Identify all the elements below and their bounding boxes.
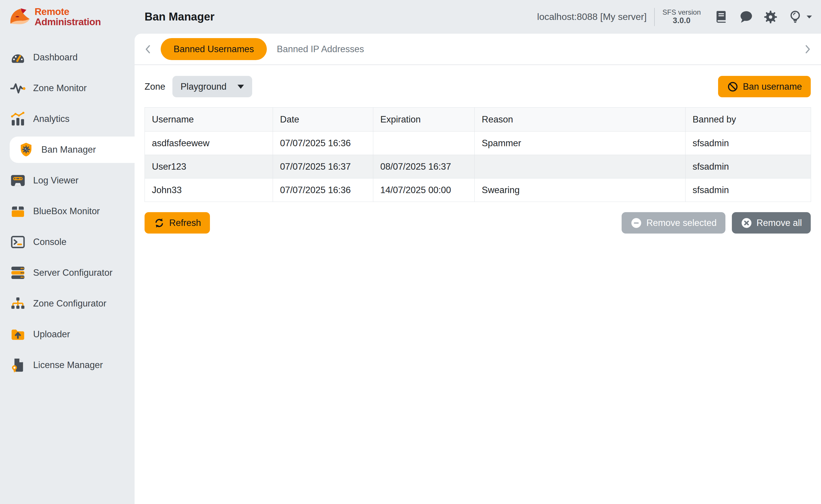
table-row[interactable]: User123 07/07/2025 16:37 08/07/2025 16:3… xyxy=(145,155,811,178)
cell-date: 07/07/2025 16:36 xyxy=(273,178,373,202)
caret-down-icon[interactable] xyxy=(806,15,813,19)
sidebar-item-label: BlueBox Monitor xyxy=(33,206,100,217)
refresh-label: Refresh xyxy=(169,218,201,228)
shield-virus-icon xyxy=(18,142,34,158)
cassette-icon xyxy=(10,172,26,189)
cell-expiration: 14/07/2025 00:00 xyxy=(373,178,475,202)
sidebar-item-analytics[interactable]: Analytics xyxy=(0,106,135,132)
chat-bubble-icon[interactable] xyxy=(738,9,754,25)
cell-expiration xyxy=(373,132,475,155)
remove-selected-button[interactable]: Remove selected xyxy=(622,212,725,234)
column-header-banned-by: Banned by xyxy=(686,108,811,132)
settings-gear-icon[interactable] xyxy=(763,9,778,25)
docs-book-icon[interactable] xyxy=(714,9,729,25)
box-icon xyxy=(10,203,26,219)
sidebar-item-zone-monitor[interactable]: Zone Monitor xyxy=(0,75,135,101)
tree-icon xyxy=(10,295,26,312)
table-row[interactable]: asdfasfeewew 07/07/2025 16:36 Spammer sf… xyxy=(145,132,811,155)
sidebar-item-label: Uploader xyxy=(33,329,70,340)
sidebar-item-label: License Manager xyxy=(33,360,103,370)
remove-selected-label: Remove selected xyxy=(646,218,717,228)
cell-date: 07/07/2025 16:36 xyxy=(273,132,373,155)
sidebar-item-label: Log Viewer xyxy=(33,175,79,186)
caret-down-icon xyxy=(237,85,244,89)
logo-text: Remote Administration xyxy=(35,7,101,27)
sidebar-item-log-viewer[interactable]: Log Viewer xyxy=(0,167,135,194)
chevron-right-icon[interactable] xyxy=(802,44,813,55)
cell-banned-by: sfsadmin xyxy=(686,155,811,178)
help-menu[interactable] xyxy=(788,9,813,25)
sidebar-item-license-manager[interactable]: License Manager xyxy=(0,352,135,378)
tab-banned-ip-addresses[interactable]: Banned IP Addresses xyxy=(277,44,364,55)
sidebar-item-ban-manager[interactable]: Ban Manager xyxy=(10,137,135,163)
sidebar-item-bluebox-monitor[interactable]: BlueBox Monitor xyxy=(0,198,135,224)
certificate-icon xyxy=(10,357,26,373)
topbar: Ban Manager localhost:8088 [My server] S… xyxy=(135,0,821,34)
column-header-expiration: Expiration xyxy=(373,108,475,132)
page-title: Ban Manager xyxy=(144,11,215,23)
header-divider xyxy=(654,8,655,26)
column-header-username: Username xyxy=(145,108,273,132)
gauge-icon xyxy=(10,49,26,66)
folder-upload-icon xyxy=(10,326,26,343)
fox-logo-icon xyxy=(9,7,30,27)
server-stack-icon xyxy=(10,265,26,281)
tab-banned-usernames[interactable]: Banned Usernames xyxy=(161,38,267,60)
version-block: SFS version 3.0.0 xyxy=(662,8,701,25)
pulse-icon xyxy=(10,80,26,96)
cell-username: User123 xyxy=(145,155,273,178)
ban-icon xyxy=(727,81,739,93)
bar-chart-icon xyxy=(10,111,26,127)
ban-username-button[interactable]: Ban username xyxy=(718,76,811,97)
sidebar-item-console[interactable]: Console xyxy=(0,229,135,255)
banned-usernames-table: Username Date Expiration Reason Banned b… xyxy=(144,107,811,202)
app-root: Remote Administration Ban Manager localh… xyxy=(0,0,821,504)
refresh-button[interactable]: Refresh xyxy=(144,212,210,234)
lightbulb-icon[interactable] xyxy=(788,9,803,25)
sidebar-item-label: Dashboard xyxy=(33,52,78,63)
topbar-icons xyxy=(714,9,813,25)
sidebar-item-label: Zone Monitor xyxy=(33,83,87,93)
logo-line1: Remote xyxy=(35,7,101,17)
cell-username: asdfasfeewew xyxy=(145,132,273,155)
version-number: 3.0.0 xyxy=(662,16,701,25)
remove-all-button[interactable]: Remove all xyxy=(732,212,811,234)
cell-reason: Spammer xyxy=(475,132,686,155)
remove-all-label: Remove all xyxy=(757,218,802,228)
cell-username: John33 xyxy=(145,178,273,202)
table-actions-row: Refresh Remove selected Remove al xyxy=(144,212,811,234)
tabs-bar: Banned Usernames Banned IP Addresses xyxy=(135,34,821,65)
sidebar-item-server-configurator[interactable]: Server Configurator xyxy=(0,260,135,286)
sidebar-item-dashboard[interactable]: Dashboard xyxy=(0,44,135,71)
cell-reason: Swearing xyxy=(475,178,686,202)
zone-label: Zone xyxy=(144,81,165,92)
sidebar-item-label: Zone Configurator xyxy=(33,298,106,309)
cell-banned-by: sfsadmin xyxy=(686,178,811,202)
minus-circle-icon xyxy=(630,217,642,229)
terminal-icon xyxy=(10,234,26,250)
sidebar: Dashboard Zone Monitor Analytics xyxy=(0,34,135,504)
x-circle-icon xyxy=(741,217,752,229)
refresh-icon xyxy=(153,217,165,229)
version-label: SFS version xyxy=(662,8,701,16)
column-header-date: Date xyxy=(273,108,373,132)
zone-select[interactable]: Playground xyxy=(172,76,252,97)
sidebar-item-label: Server Configurator xyxy=(33,268,113,278)
sidebar-item-uploader[interactable]: Uploader xyxy=(0,321,135,348)
chevron-left-icon[interactable] xyxy=(143,44,153,55)
content-card: Banned Usernames Banned IP Addresses Zon… xyxy=(135,34,821,504)
logo-line2: Administration xyxy=(35,17,101,27)
sidebar-item-label: Ban Manager xyxy=(41,144,96,155)
cell-banned-by: sfsadmin xyxy=(686,132,811,155)
sidebar-item-label: Analytics xyxy=(33,114,69,124)
sidebar-item-zone-configurator[interactable]: Zone Configurator xyxy=(0,290,135,317)
cell-reason xyxy=(475,155,686,178)
table-row[interactable]: John33 07/07/2025 16:36 14/07/2025 00:00… xyxy=(145,178,811,202)
table-header-row: Username Date Expiration Reason Banned b… xyxy=(145,108,811,132)
cell-expiration: 08/07/2025 16:37 xyxy=(373,155,475,178)
server-address: localhost:8088 [My server] xyxy=(537,11,647,22)
app-logo: Remote Administration xyxy=(0,0,135,34)
zone-selected-value: Playground xyxy=(181,81,227,92)
column-header-reason: Reason xyxy=(475,108,686,132)
cell-date: 07/07/2025 16:37 xyxy=(273,155,373,178)
